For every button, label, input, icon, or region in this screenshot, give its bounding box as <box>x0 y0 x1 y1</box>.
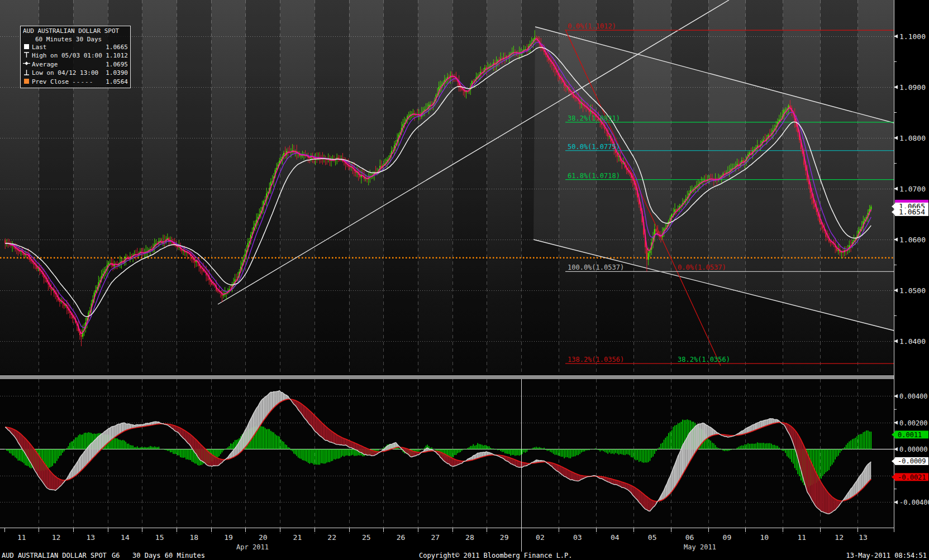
histogram-bar <box>520 449 521 455</box>
histogram-bar <box>349 449 350 456</box>
histogram-bar <box>456 449 457 455</box>
histogram-bar <box>671 430 673 449</box>
legend-prev-close-label: Prev Close <box>32 78 69 87</box>
ribbon-segment <box>556 465 558 472</box>
histogram-bar <box>182 449 183 458</box>
histogram-bar <box>658 448 659 449</box>
month-label: May 2011 <box>684 543 716 551</box>
histogram-bar <box>163 449 164 449</box>
ribbon-segment <box>274 391 275 408</box>
ribbon-segment <box>332 432 334 443</box>
status-code: G6 <box>112 552 120 560</box>
histogram-bar <box>850 441 851 449</box>
histogram-bar <box>325 449 326 464</box>
histogram-bar <box>151 447 153 449</box>
histogram-bar <box>821 449 822 479</box>
osc-value-badge: -0.0021 <box>892 473 928 481</box>
histogram-bar <box>142 447 144 449</box>
ribbon-segment <box>110 427 112 442</box>
ribbon-segment <box>198 441 199 458</box>
histogram-bar <box>54 449 55 463</box>
low-marker-icon <box>23 69 30 78</box>
ribbon-segment <box>93 441 94 458</box>
ribbon-segment <box>574 473 575 481</box>
histogram-bar <box>640 449 641 462</box>
histogram-bar <box>773 445 774 449</box>
histogram-bar <box>177 449 178 456</box>
histogram-bar <box>352 449 354 455</box>
histogram-bar <box>842 448 844 449</box>
histogram-bar <box>741 446 742 449</box>
last-price-badge: 1.0654 <box>892 208 928 216</box>
histogram-bar <box>174 449 175 454</box>
histogram-bar <box>763 443 764 449</box>
day-label: 26 <box>397 533 406 542</box>
ribbon-segment <box>215 457 217 466</box>
ribbon-segment <box>312 413 314 430</box>
chart-canvas[interactable]: 0.0%(1.1012)38.2%(1.0831)50.0%(1.0775)61… <box>0 0 929 560</box>
candle-body <box>536 37 537 38</box>
price-tick-label: 1.0900 <box>899 83 926 92</box>
histogram-bar <box>593 449 594 449</box>
histogram-bar <box>135 447 136 449</box>
histogram-bar <box>747 443 749 449</box>
legend-subtitle: 60 Minutes 30 Days <box>23 36 128 44</box>
histogram-bar <box>551 449 552 453</box>
histogram-bar <box>326 449 327 463</box>
ribbon-segment <box>87 447 89 465</box>
ribbon-segment <box>258 404 260 429</box>
histogram-bar <box>636 449 637 461</box>
ribbon-segment <box>833 498 835 511</box>
ribbon-segment <box>681 445 683 477</box>
day-label: 11 <box>17 533 26 542</box>
histogram-bar <box>218 449 220 456</box>
histogram-bar <box>525 449 526 453</box>
status-timestamp: 13-May-2011 08:54:51 <box>846 552 927 560</box>
ribbon-segment <box>106 430 107 446</box>
histogram-bar <box>726 449 727 451</box>
ribbon-segment <box>90 443 92 461</box>
histogram-bar <box>858 435 859 449</box>
histogram-bar <box>153 447 154 449</box>
histogram-bar <box>159 447 160 449</box>
histogram-bar <box>729 449 730 451</box>
histogram-bar <box>59 449 60 456</box>
histogram-bar <box>510 449 511 456</box>
histogram-bar <box>832 449 833 465</box>
histogram-bar <box>379 449 380 450</box>
histogram-bar <box>121 441 122 449</box>
ribbon-segment <box>98 435 100 452</box>
histogram-bar <box>461 449 463 451</box>
histogram-bar <box>84 433 85 449</box>
histogram-bar <box>561 449 562 457</box>
histogram-bar <box>132 446 134 449</box>
histogram-bar <box>855 438 856 449</box>
fib-label: 100.0%(1.0537) <box>568 264 624 271</box>
histogram-bar <box>399 449 401 449</box>
histogram-bar <box>134 447 135 449</box>
histogram-bar <box>564 449 565 458</box>
ribbon-segment <box>35 451 37 473</box>
bloomberg-terminal-chart: 0.0%(1.1012)38.2%(1.0831)50.0%(1.0775)61… <box>0 0 929 560</box>
histogram-bar <box>609 449 610 453</box>
histogram-bar <box>835 449 836 460</box>
ribbon-segment <box>55 476 57 490</box>
histogram-bar <box>171 449 173 452</box>
ribbon-segment <box>860 474 862 491</box>
ribbon-segment <box>322 423 324 439</box>
histogram-bar <box>268 429 269 449</box>
ribbon-segment <box>349 441 350 448</box>
histogram-bar <box>827 449 828 471</box>
histogram-bar <box>270 431 271 449</box>
ribbon-segment <box>806 450 807 492</box>
histogram-bar <box>523 449 525 452</box>
histogram-bar <box>8 449 9 452</box>
histogram-bar <box>263 427 264 449</box>
histogram-bar <box>175 449 177 454</box>
histogram-bar <box>144 447 145 449</box>
histogram-bar <box>16 449 17 459</box>
ribbon-segment <box>84 450 86 467</box>
price-tick-label: 1.0500 <box>899 286 926 295</box>
legend-low-value: 1.0390 <box>106 69 128 78</box>
histogram-bar <box>12 449 13 456</box>
